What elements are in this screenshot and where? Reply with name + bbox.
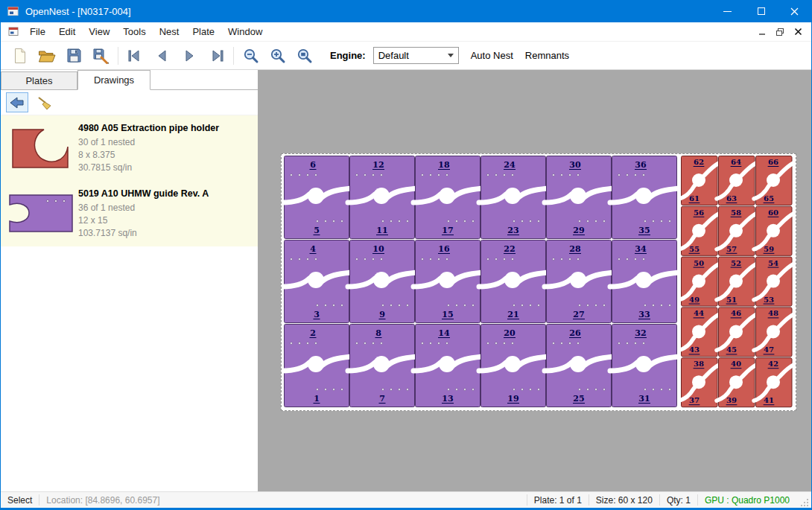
svg-text:54: 54: [768, 259, 778, 267]
nested-pair-red[interactable]: 4847: [754, 307, 793, 357]
svg-text:6: 6: [310, 160, 316, 170]
document-icon[interactable]: [8, 26, 19, 37]
nested-pair-purple[interactable]: 109: [348, 240, 416, 323]
drawing-item-uhmw-guide[interactable]: 5019 A10 UHMW guide Rev. A 36 of 1 neste…: [1, 181, 258, 246]
menu-item-view[interactable]: View: [82, 22, 116, 41]
nested-pair-purple[interactable]: 3029: [545, 156, 613, 239]
engine-select[interactable]: Default: [373, 47, 459, 64]
menu-item-window[interactable]: Window: [221, 22, 269, 41]
svg-text:40: 40: [731, 360, 741, 368]
nested-pair-red[interactable]: 6665: [754, 156, 793, 205]
nested-pair-red[interactable]: 3837: [679, 358, 719, 407]
menu-item-edit[interactable]: Edit: [52, 22, 82, 41]
svg-text:11: 11: [376, 226, 387, 235]
svg-text:39: 39: [726, 396, 737, 404]
nested-pair-purple[interactable]: 2221: [479, 240, 548, 323]
nested-pair-purple[interactable]: 1211: [348, 156, 416, 239]
svg-text:36: 36: [635, 160, 647, 170]
svg-text:43: 43: [689, 345, 700, 354]
remnants-button[interactable]: Remnants: [525, 50, 569, 61]
mdi-restore-button[interactable]: [771, 25, 789, 39]
zoom-in-button[interactable]: [264, 44, 291, 68]
menu-bar: FileEditViewToolsNestPlateWindow: [1, 22, 811, 42]
new-button[interactable]: [7, 44, 34, 68]
open-button[interactable]: [34, 44, 60, 68]
tab-plates[interactable]: Plates: [1, 71, 77, 89]
nested-pair-red[interactable]: 4039: [717, 358, 756, 407]
plate-sheet[interactable]: 6512111817242330293635431091615222128273…: [281, 153, 796, 411]
svg-text:16: 16: [438, 244, 450, 254]
nested-pair-red[interactable]: 4241: [754, 358, 793, 407]
engine-value: Default: [378, 50, 409, 61]
nested-pair-purple[interactable]: 1413: [413, 325, 482, 407]
separator: [118, 47, 118, 65]
drawings-toolbar: [1, 90, 258, 115]
menu-item-file[interactable]: File: [23, 22, 52, 41]
svg-text:41: 41: [764, 396, 774, 404]
status-size: Size: 60 x 120: [589, 495, 659, 506]
send-to-plate-button[interactable]: [6, 92, 28, 112]
svg-text:61: 61: [689, 194, 700, 203]
part-thumbnail: [4, 185, 78, 242]
status-mode: Select: [1, 495, 39, 506]
last-plate-button[interactable]: [203, 44, 229, 68]
svg-text:65: 65: [764, 194, 774, 203]
nested-pair-purple[interactable]: 3635: [610, 156, 679, 239]
minimize-button[interactable]: [711, 0, 744, 22]
svg-text:35: 35: [638, 226, 650, 235]
drawing-item-text: 5019 A10 UHMW guide Rev. A 36 of 1 neste…: [78, 185, 255, 242]
nested-pair-red[interactable]: 5251: [717, 257, 756, 306]
next-plate-button[interactable]: [176, 44, 203, 68]
save-button[interactable]: [60, 44, 87, 68]
nested-pair-red[interactable]: 6059: [754, 206, 793, 255]
nested-pair-red[interactable]: 5655: [679, 206, 719, 255]
nested-pair-purple[interactable]: 1817: [413, 156, 482, 239]
mdi-close-button[interactable]: [789, 25, 807, 39]
menu-item-nest[interactable]: Nest: [153, 22, 186, 41]
nested-pair-purple[interactable]: 21: [282, 325, 351, 407]
nav-last-icon: [207, 49, 225, 63]
nested-pair-red[interactable]: 5857: [717, 206, 756, 255]
status-location: Location: [84.8696, 60.6957]: [39, 495, 166, 506]
nested-pair-red[interactable]: 4645: [717, 307, 756, 357]
nested-pair-purple[interactable]: 3433: [610, 240, 679, 323]
nested-pair-purple[interactable]: 3231: [610, 325, 679, 407]
nest-canvas[interactable]: 6512111817242330293635431091615222128273…: [258, 70, 811, 491]
nested-pair-red[interactable]: 6261: [679, 156, 719, 205]
auto-nest-button[interactable]: Auto Nest: [471, 50, 513, 61]
nested-pair-purple[interactable]: 43: [282, 240, 351, 323]
svg-text:56: 56: [694, 208, 704, 217]
nested-pair-purple[interactable]: 2827: [545, 240, 613, 323]
previous-plate-button[interactable]: [149, 44, 176, 68]
zoom-out-button[interactable]: [238, 44, 264, 68]
svg-text:4: 4: [310, 244, 316, 254]
mdi-minimize-button[interactable]: [753, 25, 771, 39]
nested-pair-purple[interactable]: 87: [348, 325, 416, 407]
drawing-size: 12 x 15: [78, 214, 255, 227]
nested-pair-red[interactable]: 5453: [754, 257, 793, 306]
menu-item-tools[interactable]: Tools: [116, 22, 152, 41]
nested-pair-red[interactable]: 6463: [717, 156, 756, 205]
nested-pair-red[interactable]: 5049: [679, 257, 719, 306]
nested-pair-red[interactable]: 4443: [679, 307, 719, 357]
nested-pair-purple[interactable]: 2019: [479, 325, 548, 407]
nested-pair-purple[interactable]: 2625: [545, 325, 613, 407]
maximize-button[interactable]: [744, 0, 778, 22]
zoom-fit-button[interactable]: [291, 44, 318, 68]
close-button[interactable]: [778, 0, 811, 22]
tab-drawings[interactable]: Drawings: [77, 70, 150, 90]
save-as-button[interactable]: [87, 44, 114, 68]
nested-pair-purple[interactable]: 65: [282, 156, 351, 239]
drawing-title: 4980 A05 Extraction pipe holder: [78, 123, 255, 133]
svg-text:17: 17: [442, 226, 453, 235]
title-bar[interactable]: OpenNest - [N0317-004]: [1, 0, 811, 22]
drawing-item-text: 4980 A05 Extraction pipe holder 30 of 1 …: [78, 120, 255, 176]
resize-grip-icon[interactable]: [799, 497, 809, 507]
clean-button[interactable]: [34, 92, 56, 112]
first-plate-button[interactable]: [122, 44, 149, 68]
menu-item-plate[interactable]: Plate: [185, 22, 221, 41]
drawing-item-extraction-pipe-holder[interactable]: 4980 A05 Extraction pipe holder 30 of 1 …: [1, 115, 258, 181]
uhmw-guide-shape-icon: [7, 192, 75, 235]
nested-pair-purple[interactable]: 1615: [413, 240, 482, 323]
nested-pair-purple[interactable]: 2423: [479, 156, 548, 239]
